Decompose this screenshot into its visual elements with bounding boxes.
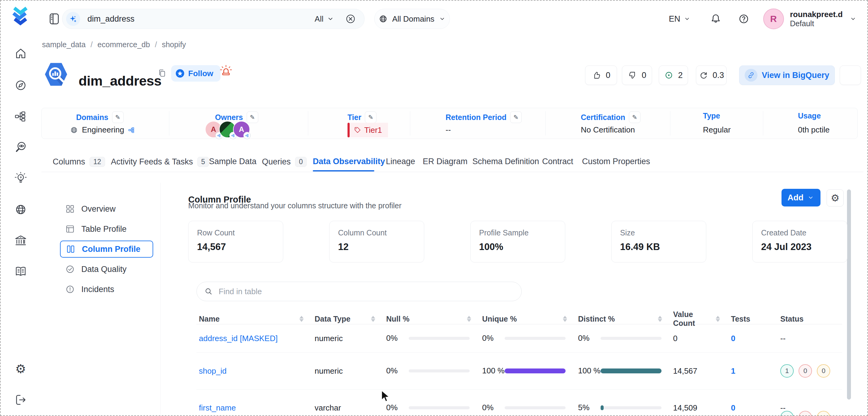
- global-search-input[interactable]: [87, 14, 315, 24]
- tab-contract[interactable]: Contract: [542, 157, 573, 166]
- profiler-settings-button[interactable]: ⚙: [827, 189, 844, 206]
- ai-sparkle-icon[interactable]: [66, 12, 80, 26]
- stat-card-size: Size 16.49 KB: [611, 221, 706, 262]
- header-distinct-pct[interactable]: Distinct %: [576, 315, 671, 323]
- breadcrumb-schema[interactable]: shopify: [162, 40, 186, 49]
- edit-domains-button[interactable]: ✎: [112, 111, 124, 123]
- chevron-down-icon[interactable]: [849, 15, 857, 23]
- announcement-siren-icon[interactable]: [219, 64, 233, 77]
- column-name-link[interactable]: first_name: [199, 403, 236, 412]
- certification-label: Certification ✎: [581, 111, 641, 123]
- tab-lineage[interactable]: Lineage: [386, 157, 415, 166]
- domains-filter-dropdown[interactable]: All Domains: [374, 9, 450, 29]
- owner-avatars[interactable]: A A: [205, 121, 247, 138]
- stat-label: Column Count: [338, 228, 415, 237]
- nav-explore-icon[interactable]: [14, 78, 28, 92]
- copy-name-icon[interactable]: [157, 68, 167, 78]
- search-clear-icon[interactable]: [345, 13, 356, 25]
- tab-er-diagram[interactable]: ER Diagram: [423, 157, 467, 166]
- type-label: Type: [703, 111, 720, 120]
- nav-settings-icon[interactable]: ⚙: [14, 362, 28, 376]
- version-button[interactable]: 0.3: [696, 65, 727, 85]
- sort-icon[interactable]: [371, 316, 375, 322]
- followers-count: 2: [678, 71, 683, 80]
- data-type-cell: numeric: [312, 366, 384, 376]
- nav-domains-icon[interactable]: [14, 202, 28, 217]
- tab-custom-properties[interactable]: Custom Properties: [582, 157, 650, 166]
- nav-insights-icon[interactable]: [14, 171, 28, 185]
- find-in-table-input[interactable]: [218, 287, 521, 297]
- notifications-bell-icon[interactable]: [710, 13, 722, 25]
- profiler-nav-table-profile[interactable]: Table Profile: [60, 221, 153, 237]
- tab-columns[interactable]: Columns12: [53, 157, 105, 167]
- header-null-pct[interactable]: Null %: [384, 315, 480, 323]
- sort-icon[interactable]: [299, 316, 304, 322]
- app-logo[interactable]: [10, 5, 31, 29]
- edit-tier-button[interactable]: ✎: [365, 111, 376, 123]
- edit-owners-button[interactable]: ✎: [247, 111, 258, 123]
- vertical-scrollbar[interactable]: [847, 189, 851, 399]
- sort-icon[interactable]: [467, 316, 471, 322]
- nav-governance-icon[interactable]: [14, 234, 28, 248]
- sort-icon[interactable]: [658, 316, 662, 322]
- nav-logout-icon[interactable]: [14, 393, 28, 407]
- profiler-nav-overview[interactable]: Overview: [60, 200, 153, 218]
- follow-button[interactable]: Follow: [171, 65, 220, 82]
- nav-observability-icon[interactable]: [14, 140, 28, 154]
- header-data-type[interactable]: Data Type: [312, 315, 384, 323]
- tab-schema-definition[interactable]: Schema Definition: [472, 157, 539, 166]
- followers-button[interactable]: 2: [659, 65, 688, 85]
- status-success-badge[interactable]: 1: [780, 364, 794, 378]
- domain-value[interactable]: Engineering: [70, 125, 135, 135]
- nav-lineage-icon[interactable]: [14, 109, 28, 123]
- edit-certification-button[interactable]: ✎: [629, 111, 641, 123]
- user-menu[interactable]: rounakpreet.d Default: [790, 10, 843, 28]
- column-name-link[interactable]: shop_id: [199, 366, 226, 376]
- sort-icon[interactable]: [563, 316, 567, 322]
- status-failed-badge[interactable]: 0: [799, 364, 812, 378]
- tier-badge[interactable]: Tier1: [347, 123, 388, 137]
- header-name[interactable]: Name: [196, 315, 312, 323]
- value-count-cell: 14,567: [671, 366, 728, 376]
- status-aborted-badge[interactable]: 0: [817, 364, 830, 378]
- tab-data-observability[interactable]: Data Observability: [313, 157, 385, 166]
- profiler-nav-column-profile[interactable]: Column Profile: [60, 241, 153, 258]
- profiler-nav-data-quality[interactable]: Data Quality: [60, 261, 153, 278]
- header-value-count[interactable]: Value Count: [671, 310, 728, 328]
- unique-pct-cell: 100 %: [480, 365, 576, 376]
- sidebar-toggle-icon[interactable]: [47, 12, 61, 26]
- view-in-bigquery-button[interactable]: View in BigQuery: [739, 65, 835, 85]
- tab-count-badge: 12: [90, 157, 105, 167]
- breadcrumb-separator: /: [90, 40, 93, 49]
- tab-queries[interactable]: Queries0: [262, 157, 307, 167]
- tab-sample-data[interactable]: Sample Data: [209, 157, 256, 166]
- column-name-link[interactable]: address_id [MASKED]: [199, 334, 278, 343]
- help-icon[interactable]: [738, 13, 750, 25]
- tests-link[interactable]: 1: [731, 366, 735, 376]
- global-search[interactable]: All: [62, 9, 365, 29]
- add-button[interactable]: Add: [781, 189, 820, 206]
- breadcrumb: sample_data / ecommerce_db / shopify: [42, 40, 186, 49]
- tab-activity-feeds[interactable]: Activity Feeds & Tasks5: [111, 157, 209, 167]
- find-in-table-search[interactable]: [196, 282, 522, 301]
- entity-metadata-card: Domains ✎ Engineering Owners ✎ A A Tier …: [41, 108, 858, 139]
- downvote-button[interactable]: 0: [622, 65, 652, 85]
- sort-icon[interactable]: [716, 316, 720, 322]
- edit-retention-button[interactable]: ✎: [510, 111, 522, 123]
- tests-link[interactable]: 0: [731, 334, 735, 343]
- breadcrumb-database[interactable]: ecommerce_db: [97, 40, 150, 49]
- header-unique-pct[interactable]: Unique %: [480, 315, 576, 323]
- breadcrumb-database-service[interactable]: sample_data: [42, 40, 86, 49]
- nav-home-icon[interactable]: [14, 46, 28, 61]
- nav-glossary-icon[interactable]: [14, 265, 28, 279]
- language-dropdown[interactable]: EN: [669, 14, 691, 24]
- upvote-button[interactable]: 0: [585, 65, 617, 85]
- search-scope-dropdown[interactable]: All: [315, 14, 334, 24]
- tests-link[interactable]: 0: [731, 403, 735, 412]
- user-avatar[interactable]: R: [763, 8, 784, 29]
- profiler-nav-incidents[interactable]: Incidents: [60, 281, 153, 298]
- more-options-button[interactable]: [840, 65, 861, 85]
- subdomain-icon: [128, 126, 135, 134]
- owner-avatar[interactable]: A: [233, 121, 250, 138]
- partial-row-status-badges: [780, 411, 830, 416]
